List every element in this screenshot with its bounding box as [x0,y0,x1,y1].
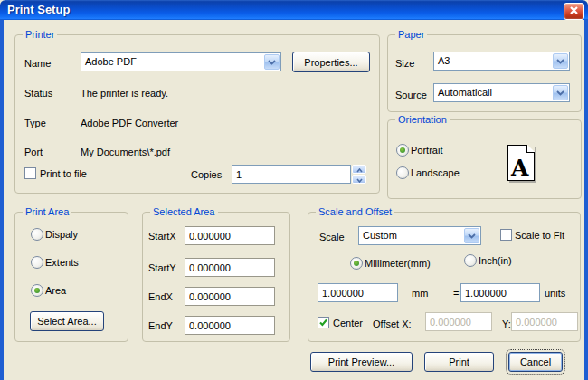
scale-offset-group: Scale and Offset Scale Custom Scale to F… [308,212,581,342]
endx-input[interactable] [185,287,275,306]
mm-value-input[interactable] [318,283,398,302]
extents-label: Extents [45,257,79,268]
copies-spinner [352,165,366,184]
center-checkbox[interactable] [318,317,329,328]
center-label: Center [333,318,363,328]
orientation-group: Orientation Portrait Landscape A [387,119,582,199]
print-to-file-checkbox[interactable] [24,167,36,179]
scale-combobox[interactable]: Custom [358,226,481,245]
landscape-label: Landscape [411,167,460,178]
offset-x-input [425,312,492,331]
scale-to-fit-checkbox[interactable] [500,229,512,241]
portrait-radio[interactable] [396,144,409,157]
offset-x-label: Offset X: [373,318,412,329]
landscape-radio[interactable] [396,166,409,179]
window-title: Print Setup [7,3,70,16]
print-area-group: Print Area Dispaly Extents Area Select A… [14,212,128,342]
spinner-down-button[interactable] [352,175,366,184]
copies-input[interactable] [232,165,351,184]
printer-status-label: Status [24,88,52,99]
display-radio[interactable] [31,228,43,241]
print-button[interactable]: Print [424,352,494,372]
portrait-label: Portrait [411,145,442,156]
properties-button[interactable]: Properties... [292,52,370,72]
printer-port-value: My Documents\*.pdf [81,147,170,157]
printer-group-label: Printer [23,29,57,40]
endy-input[interactable] [185,316,275,335]
equals-sign: = [453,288,459,299]
checkmark-icon [318,318,328,329]
titlebar: Print Setup [0,0,588,20]
cancel-button[interactable]: Cancel [508,352,563,372]
scale-value: Custom [363,230,397,241]
printer-name-value: Adobe PDF [85,56,137,67]
printer-name-label: Name [24,58,51,69]
paper-group: Paper Size A3 Source Automaticall [387,34,582,112]
print-area-group-label: Print Area [23,206,71,217]
orientation-group-label: Orientation [395,114,450,125]
paper-size-label: Size [395,58,414,69]
inch-label: Inch(in) [479,255,512,266]
selected-area-group-label: Selected Area [150,206,218,217]
scale-to-fit-label: Scale to Fit [515,230,564,241]
window-border-right [584,20,588,380]
printer-group: Printer Name Adobe PDF Properties... Sta… [14,34,380,194]
millimeter-label: Millimeter(mm) [365,258,431,269]
chevron-down-icon[interactable] [464,228,479,243]
starty-input[interactable] [185,258,275,277]
endy-label: EndY [148,320,173,331]
scale-offset-group-label: Scale and Offset [316,206,394,217]
scale-label: Scale [319,232,345,242]
millimeter-radio[interactable] [350,257,363,270]
close-button[interactable] [564,3,584,20]
display-label: Dispaly [45,229,78,240]
units-value-input[interactable] [460,283,540,302]
page-fold-line [526,145,535,153]
portrait-page-icon: A [507,145,535,181]
chevron-down-icon [356,174,363,185]
startx-input[interactable] [185,226,275,245]
paper-size-combobox[interactable]: A3 [433,52,570,71]
chevron-down-icon[interactable] [264,54,280,70]
printer-type-value: Adobe PDF Converter [81,118,178,128]
area-radio[interactable] [31,284,43,297]
selected-area-group: Selected Area StartX StartY EndX EndY [142,212,290,342]
print-to-file-label: Print to file [40,168,87,179]
paper-source-combobox[interactable]: Automaticall [433,83,570,102]
chevron-down-icon[interactable] [553,53,568,69]
starty-label: StartY [148,262,176,273]
endx-label: EndX [148,291,173,302]
extents-radio[interactable] [31,256,43,269]
print-setup-dialog: Print Setup Printer Name Adobe PDF Prope… [0,0,588,380]
inch-radio[interactable] [464,254,477,267]
area-label: Area [45,285,66,296]
window-border-left [0,20,4,380]
paper-source-value: Automaticall [438,87,492,98]
paper-source-label: Source [395,90,427,100]
chevron-down-icon[interactable] [553,85,568,100]
copies-label: Copies [191,169,222,180]
mm-suffix-label: mm [412,288,428,299]
printer-port-label: Port [24,147,43,157]
printer-type-label: Type [24,118,46,128]
printer-status-value: The printer is ready. [81,88,168,99]
close-icon [569,5,579,17]
page-letter: A [511,157,528,179]
offset-y-input [511,312,578,331]
startx-label: StartX [148,231,176,242]
spinner-up-button[interactable] [352,165,366,174]
offset-y-label: Y: [502,318,511,329]
paper-size-value: A3 [438,55,450,66]
paper-group-label: Paper [395,29,427,40]
select-area-button[interactable]: Select Area... [30,311,104,331]
printer-name-combobox[interactable]: Adobe PDF [81,52,281,71]
units-suffix-label: units [545,288,565,299]
print-preview-button[interactable]: Print Preview... [310,352,413,372]
